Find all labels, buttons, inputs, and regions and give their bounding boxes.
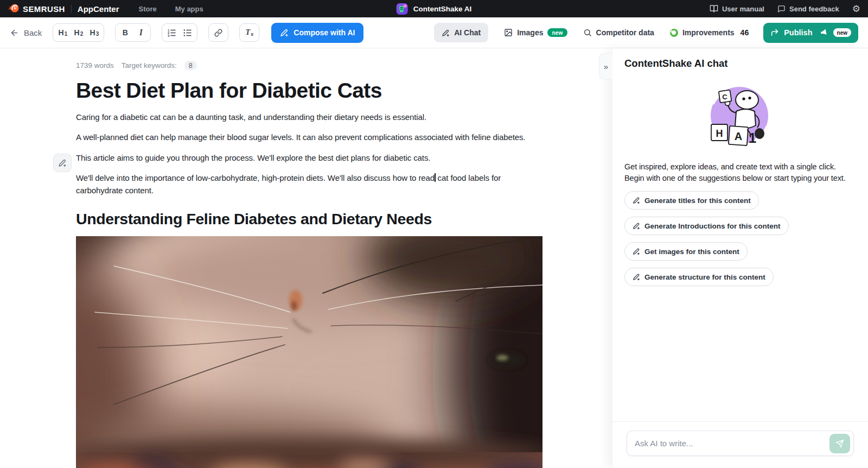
editor-toolbar: Back H1 H2 H3 B I 123 Tx: [0, 17, 868, 48]
compose-with-ai-button[interactable]: Compose with AI: [271, 23, 363, 43]
brand-name: SEMRUSH: [23, 4, 65, 14]
nav-store[interactable]: Store: [138, 5, 156, 13]
images-new-badge: new: [547, 28, 567, 37]
clear-format-group: Tx: [239, 23, 259, 42]
paragraph-2[interactable]: A well-planned diet can help manage thei…: [76, 131, 544, 144]
article-editor[interactable]: 1739 words Target keywords: 8 Best Diet …: [0, 48, 612, 468]
collapse-panel-button[interactable]: »: [599, 53, 612, 80]
text-style-group: B I: [115, 23, 151, 42]
ai-pen-icon: [442, 29, 450, 37]
ordered-list-icon: 123: [167, 28, 176, 37]
chevron-right-double-icon: »: [604, 62, 608, 71]
nav-my-apps[interactable]: My apps: [175, 5, 203, 13]
send-feedback-label: Send feedback: [789, 5, 839, 13]
semrush-logo[interactable]: SEMRUSH: [8, 3, 65, 15]
search-icon: [583, 28, 592, 37]
chat-input-area: [612, 421, 868, 468]
ai-pen-icon: [633, 248, 640, 255]
suggestion-generate-titles[interactable]: Generate titles for this content: [624, 191, 759, 210]
paragraph-4[interactable]: We'll delve into the importance of low-c…: [76, 172, 544, 197]
publish-button[interactable]: Publish new: [763, 23, 858, 43]
contentshake-app-icon: [397, 3, 408, 15]
improvements-label: Improvements: [682, 28, 735, 37]
ai-pen-icon: [58, 159, 67, 167]
improvements-count: 46: [741, 28, 749, 37]
suggestion-generate-structure[interactable]: Generate structure for this content: [624, 268, 774, 286]
paragraph-3[interactable]: This article aims to guide you through t…: [76, 152, 544, 165]
share-arrow-icon: [770, 28, 779, 37]
clear-formatting-button[interactable]: Tx: [241, 25, 257, 40]
feedback-bubble-icon: [777, 5, 786, 13]
publish-label: Publish: [784, 28, 812, 37]
ai-pen-icon: [633, 273, 640, 281]
compose-label: Compose with AI: [293, 28, 355, 37]
main-area: 1739 words Target keywords: 8 Best Diet …: [0, 48, 868, 468]
send-feedback-link[interactable]: Send feedback: [777, 5, 839, 13]
suggestion-get-images[interactable]: Get images for this content: [624, 242, 748, 261]
robot-illustration: C H A 1: [704, 83, 775, 149]
chat-panel-title: ContentShake AI chat: [624, 58, 854, 69]
back-button[interactable]: Back: [10, 28, 42, 37]
ai-chat-label: AI Chat: [454, 28, 481, 37]
target-keywords-count[interactable]: 8: [184, 61, 197, 70]
user-manual-link[interactable]: User manual: [710, 4, 764, 13]
ask-ai-input[interactable]: [635, 439, 829, 448]
bold-button[interactable]: B: [117, 25, 133, 40]
paper-plane-icon: [835, 439, 844, 448]
chat-input-container: [627, 431, 854, 456]
article-heading-2[interactable]: Understanding Feline Diabetes and Dietar…: [76, 210, 544, 228]
current-app: ContentShake AI: [397, 3, 472, 15]
ai-chat-button[interactable]: AI Chat: [434, 23, 488, 42]
list-buttons-group: 123: [162, 23, 197, 42]
images-button[interactable]: Images new: [504, 28, 567, 37]
paragraph-1[interactable]: Caring for a diabetic cat can be a daunt…: [76, 111, 544, 124]
svg-text:C: C: [722, 93, 727, 101]
svg-text:H: H: [716, 128, 723, 139]
bullet-list-icon: [183, 28, 192, 37]
inline-ai-edit-button[interactable]: [53, 154, 72, 172]
ordered-list-button[interactable]: 123: [164, 25, 180, 40]
h2-button[interactable]: H2: [71, 25, 86, 40]
user-manual-label: User manual: [722, 5, 764, 13]
improvements-progress-icon: [670, 29, 678, 37]
top-navigation-bar: SEMRUSH AppCenter Store My apps ContentS…: [0, 0, 868, 17]
topbar-nav: Store My apps: [138, 5, 203, 13]
send-button[interactable]: [829, 434, 850, 453]
suite-name[interactable]: AppCenter: [78, 4, 119, 14]
suggestion-list: Generate titles for this content Generat…: [624, 191, 854, 286]
insert-link-button[interactable]: [210, 25, 226, 40]
svg-text:1: 1: [748, 130, 756, 146]
heading-buttons-group: H1 H2 H3: [53, 23, 104, 42]
contentshake-app-window: SEMRUSH AppCenter Store My apps ContentS…: [0, 0, 868, 468]
ai-pen-icon: [280, 28, 289, 37]
article-title[interactable]: Best Diet Plan for Diabetic Cats: [76, 79, 544, 103]
svg-text:3: 3: [168, 34, 170, 37]
article-content: 1739 words Target keywords: 8 Best Diet …: [76, 61, 544, 468]
svg-text:A: A: [734, 130, 742, 142]
competitor-data-button[interactable]: Competitor data: [583, 28, 654, 37]
topbar-divider: [71, 5, 72, 13]
ai-pen-icon: [633, 222, 640, 230]
book-icon: [710, 4, 718, 13]
h1-button[interactable]: H1: [55, 25, 71, 40]
improvements-button[interactable]: Improvements 46: [670, 28, 749, 37]
arrow-left-icon: [10, 28, 19, 37]
h3-button[interactable]: H3: [86, 25, 102, 40]
app-title: ContentShake AI: [413, 5, 472, 13]
link-button-group: [208, 23, 228, 42]
target-keywords-label: Target keywords:: [122, 61, 177, 69]
topbar-actions: User manual Send feedback ⚙: [710, 4, 860, 14]
semrush-logo-icon: [8, 3, 20, 15]
settings-gear-icon[interactable]: ⚙: [852, 4, 860, 14]
bullet-list-button[interactable]: [180, 25, 195, 40]
article-image-cat[interactable]: [76, 236, 542, 468]
article-meta: 1739 words Target keywords: 8: [76, 61, 544, 70]
suggestion-generate-introductions[interactable]: Generate Introductions for this content: [624, 217, 789, 235]
italic-button[interactable]: I: [133, 25, 149, 40]
publish-new-badge: new: [833, 28, 851, 37]
link-icon: [214, 29, 222, 37]
competitor-data-label: Competitor data: [596, 28, 654, 37]
ai-chat-panel: » ContentShake AI chat: [612, 48, 868, 468]
back-label: Back: [24, 28, 42, 37]
image-icon: [504, 28, 513, 37]
